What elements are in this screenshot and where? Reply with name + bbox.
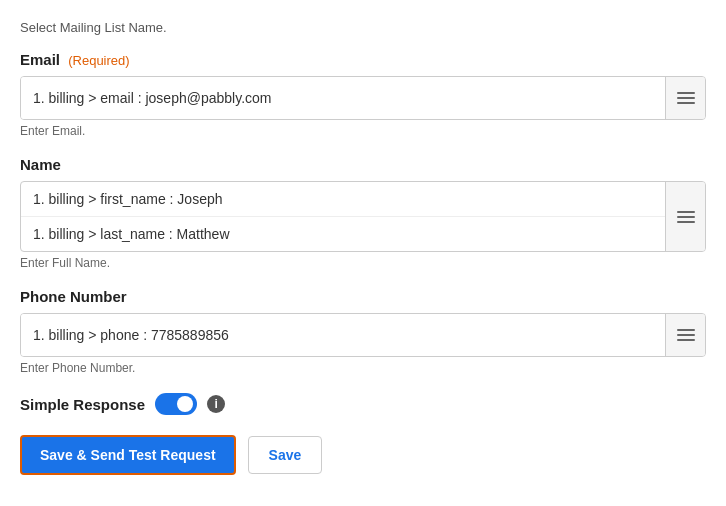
phone-input-row <box>20 313 706 357</box>
email-label-text: Email <box>20 51 60 68</box>
simple-response-toggle[interactable] <box>155 393 197 415</box>
name-menu-button[interactable] <box>665 182 705 251</box>
name-hint: Enter Full Name. <box>20 256 706 270</box>
name-hamburger-icon <box>677 211 695 223</box>
name-section: Name 1. billing > first_name : Joseph 1.… <box>20 156 706 270</box>
last-name-row[interactable]: 1. billing > last_name : Matthew <box>21 217 665 251</box>
section-hint: Select Mailing List Name. <box>20 20 706 35</box>
email-hint: Enter Email. <box>20 124 706 138</box>
email-required-badge: (Required) <box>68 53 129 68</box>
email-section: Email (Required) Enter Email. <box>20 51 706 138</box>
email-label: Email (Required) <box>20 51 706 68</box>
buttons-row: Save & Send Test Request Save <box>20 435 706 475</box>
last-name-value: 1. billing > last_name : Matthew <box>33 226 230 242</box>
name-fields: 1. billing > first_name : Joseph 1. bill… <box>21 182 665 251</box>
hamburger-icon <box>677 92 695 104</box>
save-button[interactable]: Save <box>248 436 323 474</box>
email-input[interactable] <box>21 77 665 119</box>
name-label: Name <box>20 156 706 173</box>
phone-label: Phone Number <box>20 288 706 305</box>
name-input-container: 1. billing > first_name : Joseph 1. bill… <box>20 181 706 252</box>
simple-response-label: Simple Response <box>20 396 145 413</box>
name-input-inner: 1. billing > first_name : Joseph 1. bill… <box>21 182 705 251</box>
first-name-row[interactable]: 1. billing > first_name : Joseph <box>21 182 665 217</box>
phone-menu-button[interactable] <box>665 314 705 356</box>
phone-section: Phone Number Enter Phone Number. <box>20 288 706 375</box>
email-input-row <box>20 76 706 120</box>
simple-response-row: Simple Response i <box>20 393 706 415</box>
phone-hint: Enter Phone Number. <box>20 361 706 375</box>
email-menu-button[interactable] <box>665 77 705 119</box>
info-icon[interactable]: i <box>207 395 225 413</box>
toggle-thumb <box>177 396 193 412</box>
save-send-button[interactable]: Save & Send Test Request <box>20 435 236 475</box>
first-name-value: 1. billing > first_name : Joseph <box>33 191 223 207</box>
phone-hamburger-icon <box>677 329 695 341</box>
phone-input[interactable] <box>21 314 665 356</box>
